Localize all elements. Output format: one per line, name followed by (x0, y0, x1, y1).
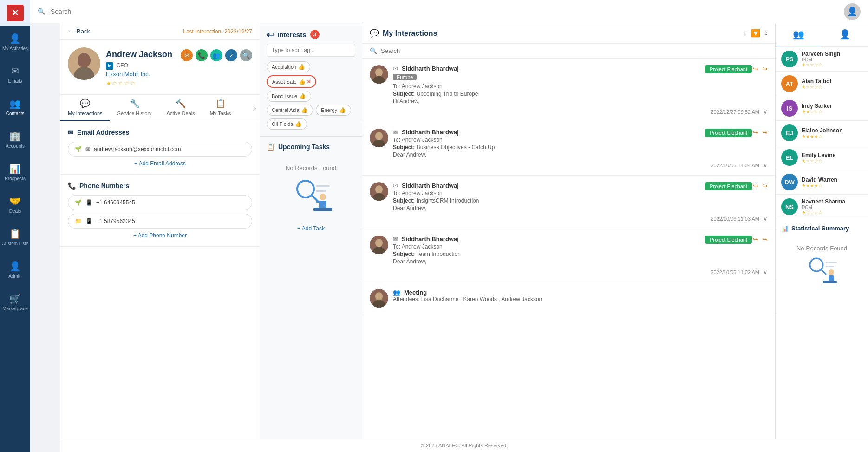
interactions-search-bar: 🔍 (362, 44, 775, 59)
add-email-link[interactable]: + Add Email Address (68, 160, 252, 167)
contact-list-alan[interactable]: AT Alan Talbot ★☆☆☆☆ (776, 72, 868, 96)
tasks-header: 📋 Upcoming Tasks (267, 143, 355, 151)
meeting-icon-5: 👥 (393, 289, 400, 296)
tab-my-interactions[interactable]: 💬 My Interactions (60, 95, 110, 121)
contact-company[interactable]: Exxon Mobil Inc. (106, 71, 252, 78)
contact-stars: ★☆☆☆☆ (106, 79, 252, 87)
contact-list-parveen[interactable]: PS Parveen Singh DCM ★☆☆☆☆ (776, 47, 868, 72)
forward-icon-3[interactable]: ↪ (762, 182, 768, 190)
sender-name-1: Siddharth Bhardwaj (402, 65, 459, 72)
add-task-link[interactable]: + Add Task (267, 225, 355, 232)
tab-deals-icon: 🔨 (176, 98, 186, 109)
svg-point-7 (320, 194, 326, 200)
far-tab-group[interactable]: 👥 (776, 23, 822, 46)
sidebar-item-marketplace[interactable]: 🛒 Marketplace (0, 286, 30, 318)
tasks-section: 📋 Upcoming Tasks No Records Found (260, 137, 362, 439)
email-section: ✉ Email Addresses 🌱 ✉ andrew.jackson@xex… (60, 121, 260, 175)
email-action-icon[interactable]: ✉ (181, 49, 193, 61)
tab-active-deals[interactable]: 🔨 Active Deals (159, 95, 202, 121)
sender-email-icon-2: ✉ (393, 129, 398, 136)
interactions-search-input[interactable] (381, 47, 768, 54)
sender-avatar-5 (370, 289, 388, 308)
forward-icon-4[interactable]: ↪ (762, 236, 768, 243)
deals-icon: 🤝 (9, 196, 21, 207)
interaction-item: ✉ Siddharth Bhardwaj Europe To: Andrew J… (362, 59, 775, 122)
tab-service-history[interactable]: 🔧 Service History (110, 95, 159, 121)
sidebar-item-emails[interactable]: ✉ Emails (0, 58, 30, 91)
logo-icon: ✕ (7, 5, 24, 21)
interaction-to-4: To: Andrew Jackson (393, 243, 733, 250)
task-action-icon[interactable]: ✓ (225, 49, 237, 61)
interaction-content-5: 👥 Meeting Attendees: Lisa Ducharme , Kar… (393, 289, 768, 302)
interaction-preview-2: Dear Andrew, (393, 151, 733, 158)
forward-icon-2[interactable]: ↪ (762, 129, 768, 136)
interaction-preview-5: Attendees: Lisa Ducharme , Karen Woods ,… (393, 296, 768, 302)
sort-icon[interactable]: ↕ (764, 29, 768, 38)
contact-list-indy[interactable]: IS Indy Sarker ★★☆☆☆ (776, 96, 868, 121)
contact-card: Andrew Jackson ✉ 📞 👥 ✓ 🔍 in CFO E (60, 40, 260, 95)
project-badge-3: Project Elephant (705, 182, 752, 190)
interaction-to-2: To: Andrew Jackson (393, 137, 733, 143)
sidebar-label-prospects: Prospects (5, 176, 25, 181)
expand-btn-3[interactable]: ∨ (763, 215, 768, 222)
tag-energy: Energy 👍 (316, 105, 351, 116)
svg-line-28 (821, 269, 826, 274)
contact-list-elaine[interactable]: EJ Elaine Johnson ★★★★☆ (776, 121, 868, 145)
sender-name-4: Siddharth Bhardwaj (402, 236, 459, 242)
interaction-to-3: To: Andrew Jackson (393, 190, 733, 197)
back-bar: ← Back Last Interaction: 2022/12/27 (60, 23, 260, 40)
sidebar-item-accounts[interactable]: 🏢 Accounts (0, 123, 30, 156)
expand-btn-4[interactable]: ∨ (763, 269, 768, 275)
phone-action-icon[interactable]: 📞 (196, 49, 208, 61)
avatar-navneet: NS (781, 198, 798, 215)
far-tab-person[interactable]: 👤 (822, 23, 868, 46)
avatar-david: DW (781, 174, 798, 190)
svg-point-22 (375, 239, 383, 247)
tag-input[interactable] (267, 44, 355, 57)
tasks-title: Upcoming Tasks (278, 143, 330, 151)
sidebar-item-deals[interactable]: 🤝 Deals (0, 188, 30, 221)
contact-list-david[interactable]: DW David Warren ★★★★☆ (776, 170, 868, 195)
meeting-action-icon[interactable]: 👥 (210, 49, 222, 61)
sidebar-item-activities[interactable]: 👤 My Activities (0, 26, 30, 58)
thumb-asset-sale[interactable]: 👍 (299, 79, 306, 85)
sidebar-label-marketplace: Marketplace (2, 306, 27, 311)
prospects-icon: 📊 (9, 163, 21, 174)
interaction-item-4: ✉ Siddharth Bhardwaj To: Andrew Jackson … (362, 229, 775, 282)
email-field: 🌱 ✉ andrew.jackson@xexxonmobil.com (68, 142, 252, 157)
tag-asset-sale: Asset Sale 👍 × (267, 75, 316, 88)
filter-icon[interactable]: 🔽 (751, 29, 760, 38)
thumb-energy[interactable]: 👍 (339, 107, 346, 113)
contact-list-navneet[interactable]: NS Navneet Sharma DCM ★☆☆☆☆ (776, 195, 868, 219)
tab-interactions-icon: 💬 (80, 98, 90, 109)
search-input[interactable] (51, 8, 838, 15)
expand-btn-2[interactable]: ∨ (763, 162, 768, 169)
sender-name-3: Siddharth Bhardwaj (402, 182, 459, 189)
sidebar-item-custom-lists[interactable]: 📋 Custom Lists (0, 221, 30, 253)
contact-list-emily[interactable]: EL Emily Levine ★☆☆☆☆ (776, 145, 868, 170)
sidebar-item-contacts[interactable]: 👥 Contacts (0, 91, 30, 123)
back-button[interactable]: ← Back (68, 28, 90, 35)
thumb-oil-fields[interactable]: 👍 (295, 121, 302, 127)
email-icon-inner: ✉ (85, 146, 90, 152)
sender-email-icon-4: ✉ (393, 236, 398, 242)
search-action-icon[interactable]: 🔍 (240, 49, 252, 61)
svg-point-19 (375, 185, 383, 194)
sidebar-item-admin[interactable]: 👤 Admin (0, 253, 30, 286)
add-interaction-button[interactable]: + (743, 29, 747, 38)
thumb-acquisition[interactable]: 👍 (298, 64, 305, 70)
thumb-bond-issue[interactable]: 👍 (299, 93, 306, 99)
sidebar-item-prospects[interactable]: 📊 Prospects (0, 156, 30, 188)
remove-asset-sale[interactable]: × (307, 78, 311, 85)
interactions-title-icon: 💬 (370, 29, 379, 38)
thumb-central-asia[interactable]: 👍 (301, 107, 308, 113)
logo: ✕ (0, 0, 30, 26)
add-phone-link[interactable]: + Add Phone Number (68, 232, 252, 239)
expand-btn-1[interactable]: ∨ (763, 108, 768, 115)
phone-section: 📞 Phone Numbers 🌱 📱 +1 6460945545 📁 📱 +1… (60, 175, 260, 247)
tab-my-tasks[interactable]: 📋 My Tasks (202, 95, 239, 121)
tabs-arrow-right[interactable]: › (250, 95, 260, 121)
user-avatar[interactable]: 👤 (844, 3, 861, 20)
forward-icon-1[interactable]: ↪ (762, 65, 768, 72)
sprout-icon-1: 🌱 (75, 199, 82, 206)
